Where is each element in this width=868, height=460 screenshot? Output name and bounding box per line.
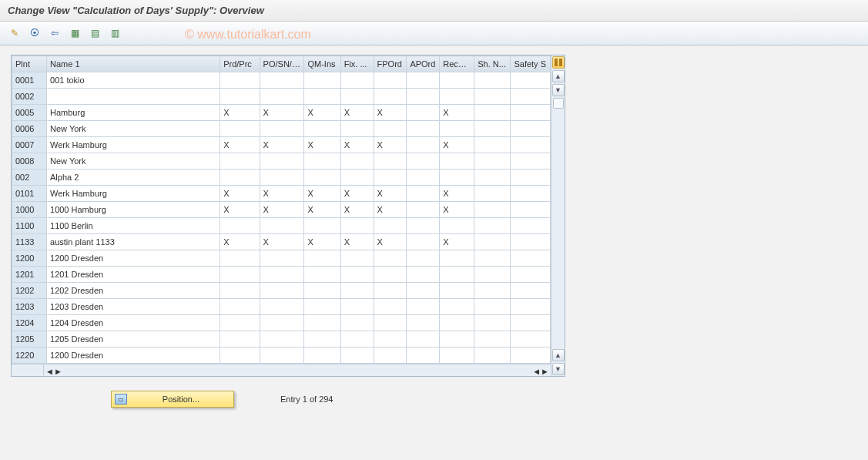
cell-sh[interactable] — [474, 89, 511, 105]
cell-qm[interactable]: X — [304, 105, 340, 121]
cell-sh[interactable] — [474, 153, 511, 170]
cell-po[interactable] — [260, 283, 304, 299]
cell-prd[interactable] — [220, 299, 260, 315]
cell-prd[interactable]: X — [220, 105, 260, 121]
cell-po[interactable] — [260, 121, 304, 137]
cell-prd[interactable] — [220, 348, 260, 364]
cell-rec[interactable] — [440, 331, 474, 348]
cell-po[interactable]: X — [260, 186, 304, 202]
cell-saf[interactable] — [511, 121, 551, 137]
tool-select-block-icon[interactable]: ▤ — [86, 25, 103, 42]
cell-sh[interactable] — [474, 267, 511, 283]
cell-prd[interactable] — [220, 121, 260, 137]
cell-rec[interactable] — [440, 267, 474, 283]
tool-deselect-icon[interactable]: ▥ — [106, 25, 123, 42]
cell-po[interactable] — [260, 331, 304, 348]
cell-qm[interactable]: X — [304, 186, 340, 202]
cell-rec[interactable] — [440, 348, 474, 364]
cell-qm[interactable]: X — [304, 202, 340, 218]
cell-apo[interactable] — [407, 283, 440, 299]
hscroll-right-end-icon[interactable]: ► — [541, 367, 549, 376]
cell-sh[interactable] — [474, 234, 511, 250]
col-header-prd[interactable]: Prd/Prc — [220, 56, 260, 72]
col-header-po[interactable]: PO/SN/SL — [260, 56, 304, 72]
cell-sh[interactable] — [474, 348, 511, 364]
cell-po[interactable] — [260, 315, 304, 331]
cell-apo[interactable] — [407, 72, 440, 89]
cell-apo[interactable] — [407, 234, 440, 250]
table-row[interactable]: 1133austin plant 1133XXXXXX — [12, 234, 551, 250]
cell-saf[interactable] — [511, 299, 551, 315]
cell-po[interactable] — [260, 250, 304, 267]
cell-prd[interactable] — [220, 315, 260, 331]
cell-name[interactable]: Hamburg — [47, 105, 220, 121]
vscroll-thumb[interactable] — [553, 98, 564, 109]
cell-rec[interactable] — [440, 72, 474, 89]
cell-plnt[interactable]: 1000 — [12, 202, 47, 218]
cell-sh[interactable] — [474, 218, 511, 234]
cell-apo[interactable] — [407, 121, 440, 137]
cell-prd[interactable]: X — [220, 186, 260, 202]
cell-saf[interactable] — [511, 137, 551, 153]
cell-fpo[interactable] — [374, 170, 407, 186]
cell-qm[interactable] — [304, 170, 340, 186]
cell-name[interactable]: Alpha 2 — [47, 170, 220, 186]
cell-po[interactable]: X — [260, 137, 304, 153]
cell-prd[interactable] — [220, 331, 260, 348]
cell-apo[interactable] — [407, 202, 440, 218]
cell-sh[interactable] — [474, 121, 511, 137]
col-header-fix[interactable]: Fix. ... — [340, 56, 374, 72]
cell-prd[interactable] — [220, 170, 260, 186]
cell-plnt[interactable]: 0008 — [12, 153, 47, 170]
cell-plnt[interactable]: 1202 — [12, 283, 47, 299]
cell-name[interactable]: 1205 Dresden — [47, 331, 220, 348]
cell-saf[interactable] — [511, 72, 551, 89]
col-header-apo[interactable]: APOrd — [407, 56, 440, 72]
cell-name[interactable]: 1000 Hamburg — [47, 202, 220, 218]
cell-sh[interactable] — [474, 299, 511, 315]
cell-po[interactable] — [260, 89, 304, 105]
cell-rec[interactable] — [440, 170, 474, 186]
table-row[interactable]: 0001001 tokio — [12, 72, 551, 89]
cell-apo[interactable] — [407, 170, 440, 186]
cell-fix[interactable] — [340, 153, 374, 170]
cell-plnt[interactable]: 0006 — [12, 121, 47, 137]
cell-name[interactable]: Werk Hamburg — [47, 186, 220, 202]
cell-fix[interactable] — [340, 267, 374, 283]
cell-saf[interactable] — [511, 89, 551, 105]
cell-saf[interactable] — [511, 186, 551, 202]
cell-saf[interactable] — [511, 348, 551, 364]
cell-name[interactable]: 1201 Dresden — [47, 267, 220, 283]
cell-qm[interactable]: X — [304, 234, 340, 250]
cell-plnt[interactable]: 0002 — [12, 89, 47, 105]
cell-apo[interactable] — [407, 218, 440, 234]
cell-fix[interactable]: X — [340, 105, 374, 121]
cell-fix[interactable] — [340, 218, 374, 234]
cell-fpo[interactable]: X — [374, 137, 407, 153]
cell-qm[interactable] — [304, 72, 340, 89]
cell-po[interactable]: X — [260, 202, 304, 218]
cell-apo[interactable] — [407, 250, 440, 267]
table-row[interactable]: 0006New York — [12, 121, 551, 137]
cell-po[interactable] — [260, 267, 304, 283]
table-row[interactable]: 0002 — [12, 89, 551, 105]
cell-fix[interactable]: X — [340, 137, 374, 153]
table-row[interactable]: 0101Werk HamburgXXXXXX — [12, 186, 551, 202]
cell-fix[interactable] — [340, 315, 374, 331]
cell-fix[interactable]: X — [340, 186, 374, 202]
cell-po[interactable]: X — [260, 234, 304, 250]
cell-fpo[interactable] — [374, 267, 407, 283]
cell-plnt[interactable]: 1100 — [12, 218, 47, 234]
select-columns-icon[interactable] — [552, 56, 565, 69]
cell-apo[interactable] — [407, 137, 440, 153]
table-row[interactable]: 12031203 Dresden — [12, 299, 551, 315]
table-row[interactable]: 0007Werk HamburgXXXXXX — [12, 137, 551, 153]
cell-plnt[interactable]: 1133 — [12, 234, 47, 250]
cell-saf[interactable] — [511, 170, 551, 186]
table-row[interactable]: 12021202 Dresden — [12, 283, 551, 299]
cell-fpo[interactable] — [374, 331, 407, 348]
cell-qm[interactable] — [304, 348, 340, 364]
data-table[interactable]: PlntName 1Prd/PrcPO/SN/SLQM-InsFix. ...F… — [12, 55, 551, 364]
cell-name[interactable]: New York — [47, 121, 220, 137]
hscroll-left-end-icon[interactable]: ◄ — [532, 367, 541, 376]
